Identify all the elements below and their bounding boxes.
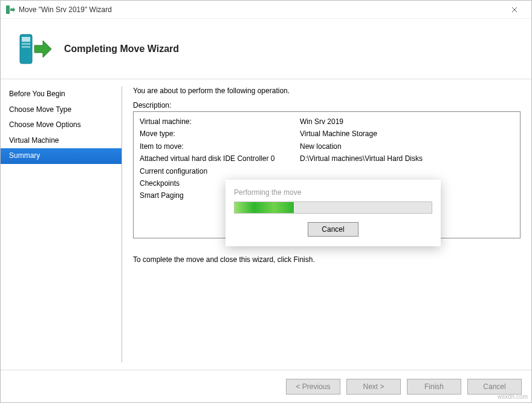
hint-text: To complete the move and close this wiza… (133, 255, 521, 264)
progress-fill (235, 202, 294, 213)
sidebar-item-virtual-machine[interactable]: Virtual Machine (1, 133, 122, 149)
sidebar-item-before-you-begin[interactable]: Before You Begin (1, 87, 122, 102)
progress-bar (234, 202, 432, 214)
app-icon (5, 5, 15, 15)
svg-rect-0 (6, 5, 10, 14)
table-row: Move type:Virtual Machine Storage (140, 128, 514, 140)
progress-popup: Performing the move Cancel (225, 180, 441, 246)
popup-button-row: Cancel (234, 222, 432, 237)
row-value (300, 165, 514, 177)
row-key: Virtual machine: (140, 116, 300, 128)
description-label: Description: (133, 101, 521, 110)
previous-button[interactable]: < Previous (286, 379, 340, 395)
table-row: Current configuration (140, 165, 514, 177)
row-key: Attached virtual hard disk IDE Controlle… (140, 152, 300, 165)
header: Completing Move Wizard (1, 19, 531, 79)
row-key: Current configuration (140, 165, 300, 177)
sidebar-item-choose-move-options[interactable]: Choose Move Options (1, 117, 122, 133)
table-row: Item to move:New location (140, 140, 514, 152)
cancel-button[interactable]: Cancel (467, 379, 522, 395)
row-value: Win Srv 2019 (300, 116, 514, 128)
finish-button[interactable]: Finish (407, 379, 461, 395)
sidebar-item-choose-move-type[interactable]: Choose Move Type (1, 102, 122, 118)
row-value: New location (300, 140, 514, 152)
table-row: Attached virtual hard disk IDE Controlle… (140, 152, 514, 165)
sidebar: Before You Begin Choose Move Type Choose… (1, 79, 122, 370)
intro-text: You are about to perform the following o… (133, 87, 521, 95)
row-value: Virtual Machine Storage (300, 128, 514, 140)
row-key: Move type: (140, 128, 300, 140)
wizard-icon (19, 31, 52, 67)
close-button[interactable] (502, 1, 527, 18)
table-row: Virtual machine:Win Srv 2019 (140, 116, 514, 128)
titlebar: Move "Win Srv 2019" Wizard (1, 1, 531, 19)
close-icon (511, 7, 517, 13)
window-title: Move "Win Srv 2019" Wizard (19, 5, 502, 14)
popup-cancel-button[interactable]: Cancel (308, 222, 358, 237)
row-key: Item to move: (140, 140, 300, 152)
watermark: wsxdn.com (498, 393, 528, 400)
svg-rect-4 (22, 46, 30, 48)
wizard-window: Move "Win Srv 2019" Wizard Completing Mo… (0, 0, 532, 403)
sidebar-item-summary[interactable]: Summary (1, 148, 122, 164)
progress-label: Performing the move (234, 188, 432, 197)
row-value: D:\Virtual machines\Virtual Hard Disks (300, 152, 514, 165)
page-title: Completing Move Wizard (64, 44, 179, 54)
next-button[interactable]: Next > (346, 379, 401, 395)
svg-rect-3 (22, 43, 30, 45)
footer: < Previous Next > Finish Cancel (1, 370, 531, 402)
svg-rect-2 (22, 37, 30, 42)
